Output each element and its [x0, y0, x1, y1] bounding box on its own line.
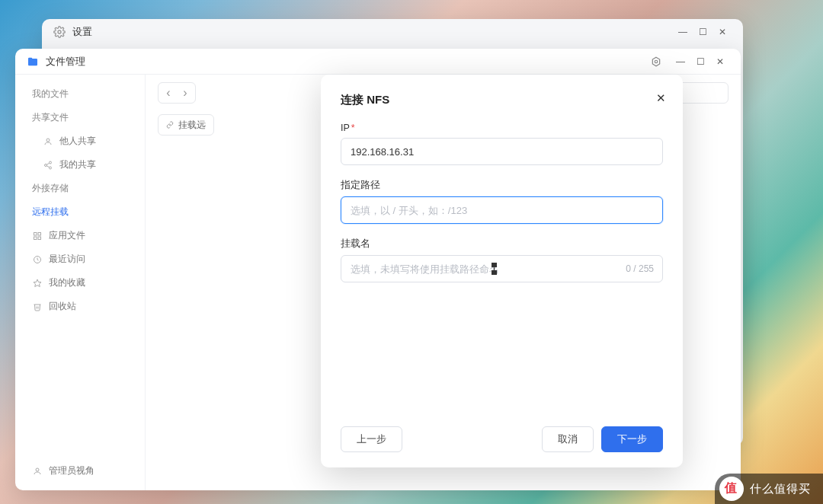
cancel-button[interactable]: 取消 — [542, 426, 594, 452]
svg-marker-3 — [652, 57, 659, 66]
file-manager-window: 文件管理 — ☐ ✕ 我的文件 共享文件 他人共享 我的共享 外接存储 远程挂载… — [15, 49, 741, 490]
user-icon — [43, 136, 53, 147]
sidebar-item-admin-view[interactable]: 管理员视角 — [20, 459, 140, 483]
svg-point-8 — [50, 167, 52, 169]
trash-icon — [32, 301, 43, 312]
modal-overlay: 连接 NFS ✕ IP* 指定路径 — [275, 75, 741, 490]
svg-rect-14 — [38, 237, 41, 240]
sidebar-item-remote-mount[interactable]: 远程挂载 — [20, 200, 140, 224]
svg-point-6 — [50, 161, 52, 164]
svg-rect-2 — [28, 57, 32, 59]
settings-icon[interactable] — [646, 52, 666, 72]
content-area: ‹ › 搜索 挂载远 — [145, 75, 741, 490]
svg-point-7 — [45, 164, 47, 166]
fm-titlebar: 文件管理 — ☐ ✕ — [15, 49, 741, 75]
ip-input[interactable] — [341, 138, 663, 165]
field-ip: IP* — [341, 123, 663, 165]
svg-point-0 — [58, 30, 61, 33]
svg-point-4 — [655, 60, 658, 63]
nfs-connect-modal: 连接 NFS ✕ IP* 指定路径 — [321, 75, 683, 467]
sidebar-item-my-shared[interactable]: 我的共享 — [20, 153, 140, 177]
mount-chip[interactable]: 挂载远 — [158, 114, 214, 136]
mount-name-input[interactable] — [341, 255, 663, 282]
sidebar-item-recent[interactable]: 最近访问 — [20, 247, 140, 271]
sidebar-item-app-files[interactable]: 应用文件 — [20, 224, 140, 247]
svg-rect-12 — [38, 232, 41, 235]
mount-name-label: 挂载名 — [341, 238, 663, 250]
settings-title: 设置 — [72, 25, 673, 39]
svg-rect-13 — [34, 237, 37, 240]
svg-rect-11 — [34, 232, 37, 235]
close-button[interactable]: ✕ — [713, 22, 732, 42]
close-icon[interactable]: ✕ — [652, 90, 669, 107]
forward-button[interactable]: › — [178, 84, 192, 102]
svg-point-17 — [36, 468, 39, 471]
sidebar-item-others-shared[interactable]: 他人共享 — [20, 129, 140, 153]
close-button[interactable]: ✕ — [710, 52, 730, 72]
watermark: 值 什么值得买 — [715, 474, 823, 504]
maximize-button[interactable]: ☐ — [693, 22, 713, 42]
watermark-logo-icon: 值 — [725, 480, 738, 496]
ip-label: IP* — [341, 123, 663, 133]
grid-icon — [32, 231, 43, 241]
maximize-button[interactable]: ☐ — [690, 52, 710, 72]
path-label: 指定路径 — [341, 179, 663, 192]
user-admin-icon — [32, 466, 43, 477]
sidebar-item-external[interactable]: 外接存储 — [20, 177, 140, 200]
modal-footer: 上一步 取消 下一步 — [341, 426, 663, 452]
char-count: 0 / 255 — [626, 263, 654, 274]
svg-line-10 — [46, 165, 49, 167]
field-path: 指定路径 — [341, 179, 663, 224]
prev-button[interactable]: 上一步 — [341, 426, 402, 452]
folder-icon — [26, 55, 40, 69]
gear-icon — [53, 25, 66, 39]
modal-title: 连接 NFS — [341, 93, 663, 107]
star-icon — [32, 278, 43, 289]
clock-icon — [32, 254, 43, 265]
back-button[interactable]: ‹ — [162, 84, 175, 102]
nav-back-forward: ‹ › — [158, 82, 196, 104]
svg-marker-16 — [34, 279, 41, 287]
settings-titlebar: 设置 — ☐ ✕ — [42, 19, 743, 45]
svg-point-5 — [46, 139, 50, 142]
svg-line-9 — [46, 163, 49, 164]
sidebar: 我的文件 共享文件 他人共享 我的共享 外接存储 远程挂载 应用文件 最近访问 — [15, 75, 145, 490]
fm-title: 文件管理 — [46, 55, 646, 69]
share-icon — [43, 160, 53, 171]
required-star: * — [351, 123, 355, 133]
next-button[interactable]: 下一步 — [601, 426, 663, 452]
sidebar-item-shared[interactable]: 共享文件 — [20, 106, 140, 129]
path-input[interactable] — [341, 196, 663, 224]
field-mount-name: 挂载名 0 / 255 — [341, 238, 663, 282]
text-cursor-icon — [492, 263, 497, 275]
minimize-button[interactable]: — — [673, 22, 693, 42]
minimize-button[interactable]: — — [671, 52, 690, 72]
sidebar-item-my-files[interactable]: 我的文件 — [20, 82, 140, 106]
sidebar-item-favorites[interactable]: 我的收藏 — [20, 271, 140, 295]
link-icon — [166, 121, 174, 129]
sidebar-item-trash[interactable]: 回收站 — [20, 295, 140, 318]
